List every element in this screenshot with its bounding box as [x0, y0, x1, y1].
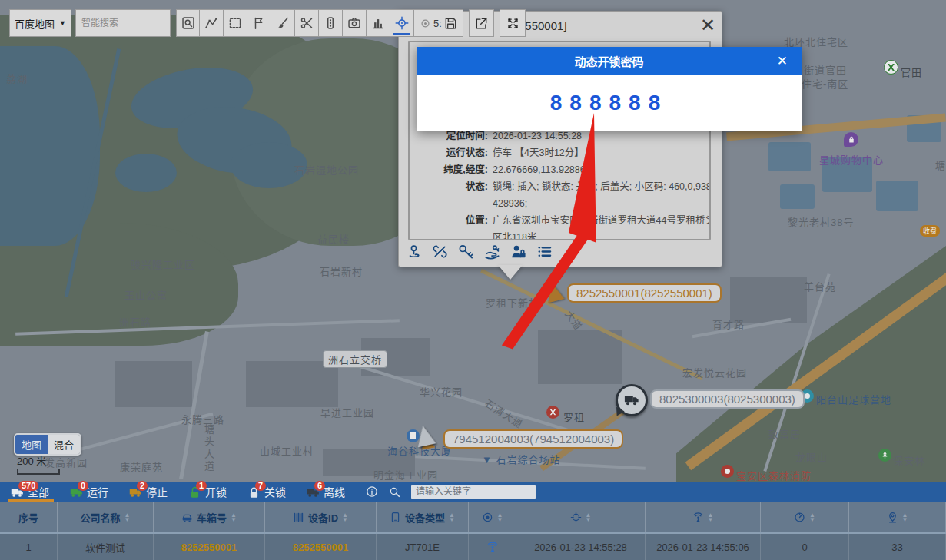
table-body: 1软件测试82525500018252550001JT701E2026-01-2… — [0, 534, 946, 560]
active-tool-underline — [393, 33, 410, 35]
location-track-icon[interactable] — [406, 244, 422, 260]
map-label: 洲石路 — [119, 314, 151, 329]
barcode-icon — [293, 512, 304, 523]
search-icon[interactable] — [389, 486, 400, 498]
table-cell: 8252550001 — [154, 534, 265, 560]
info-window-actions — [406, 244, 553, 260]
export-icon[interactable] — [469, 9, 494, 37]
info-field-value: 22.676669,113.928865 — [493, 161, 709, 178]
tool-draw-polyline-icon[interactable] — [200, 9, 224, 37]
tool-camera-icon[interactable] — [343, 9, 367, 37]
count-badge: 7 — [255, 481, 266, 491]
table-cell — [469, 534, 516, 560]
user-lock-icon[interactable] — [510, 244, 526, 260]
route-unbind-icon[interactable] — [432, 244, 448, 260]
close-icon[interactable]: ✕ — [777, 53, 788, 69]
sort-arrows[interactable]: ▲▼ — [586, 513, 592, 522]
map-label: 街道官田 — [804, 62, 847, 77]
info-field-row: 位置:广东省深圳市宝安区石岩街道罗租大道44号罗租桥头岭-二区北118米 — [410, 212, 709, 240]
vehicle-marker-label[interactable]: 8025300003(8025300003) — [650, 389, 805, 409]
sort-arrows[interactable]: ▲▼ — [902, 513, 908, 522]
antenna-online-icon — [486, 541, 499, 553]
table-cell: 1 — [0, 534, 58, 560]
tool-traffic-light-icon[interactable] — [319, 9, 343, 37]
keyword-search-input[interactable] — [411, 485, 536, 499]
map-label: 玉山公寓 — [124, 287, 168, 302]
tool-scissors-icon[interactable] — [295, 9, 319, 37]
save-icon[interactable] — [444, 17, 457, 30]
sort-arrows[interactable]: ▲▼ — [231, 513, 237, 522]
hand-key-icon[interactable] — [484, 244, 500, 260]
status-tab-关锁[interactable]: 7关锁 — [247, 482, 286, 502]
status-tab-label: 关锁 — [264, 484, 286, 499]
key-icon[interactable] — [458, 244, 474, 260]
info-field-label: 运行状态: — [410, 144, 488, 161]
map-label: 荔湖 — [6, 71, 28, 85]
map-type-switcher: 地图 混合 — [14, 433, 81, 456]
sort-arrows[interactable]: ▲▼ — [708, 513, 714, 522]
map-label: 宝安区森林消防 — [736, 468, 812, 482]
info-field-value: 停车 【4天3时12分】 — [493, 144, 709, 161]
device-link[interactable]: 8252550001 — [181, 542, 237, 553]
status-tab-开锁[interactable]: 1开锁 — [188, 482, 227, 502]
column-header-序号: 序号 — [0, 502, 58, 532]
chevron-down-icon: ▼ — [59, 19, 66, 27]
status-tab-全部[interactable]: 570全部 — [11, 482, 49, 502]
tool-chart-icon[interactable] — [367, 9, 390, 37]
column-header-label: 车箱号 — [197, 510, 227, 525]
tool-magnifier-box-icon[interactable] — [176, 9, 200, 37]
map-type-hybrid-button[interactable]: 混合 — [48, 435, 80, 454]
vehicle-marker-label[interactable]: 8252550001(8252550001) — [567, 283, 722, 303]
map-label: 洲石立交桥 — [323, 350, 387, 368]
status-tab-label: 开锁 — [205, 484, 227, 499]
map-label: 石岩湿地公园 — [294, 162, 359, 177]
status-tab-label: 停止 — [146, 484, 168, 499]
map-label: 保安林 — [893, 452, 925, 467]
table-row[interactable]: 1软件测试82525500018252550001JT701E2026-01-2… — [0, 534, 946, 560]
map-label: 骏兴隆工业区 — [131, 257, 195, 271]
building-block — [876, 181, 918, 211]
sort-arrows[interactable]: ▲▼ — [449, 513, 455, 522]
column-header-circle-dot: ▲▼ — [469, 502, 516, 532]
close-icon[interactable]: ✕ — [700, 16, 715, 35]
status-tab-运行[interactable]: 0运行 — [70, 482, 108, 502]
car-icon — [181, 512, 193, 523]
list-menu-icon[interactable] — [536, 244, 553, 260]
column-header-pin: ▲▼ — [849, 502, 946, 532]
map-provider-dropdown[interactable]: 百度地图 ▼ — [9, 9, 71, 37]
info-circle-icon[interactable] — [366, 485, 378, 498]
map-label: 宏发悦云花园 — [682, 365, 747, 379]
device-link[interactable]: 8252550001 — [293, 542, 348, 553]
table-cell: JT701E — [377, 534, 469, 560]
status-tab-离线[interactable]: 6离线 — [307, 482, 345, 502]
map-label: 华兴花园 — [420, 384, 463, 399]
vehicle-marker-arrow[interactable] — [414, 424, 436, 447]
table-cell: 0 — [761, 534, 849, 560]
city-block — [246, 361, 338, 407]
tree-green-icon — [878, 449, 891, 462]
tool-rect-select-icon[interactable] — [224, 9, 247, 37]
tool-crosshair-icon[interactable] — [390, 9, 414, 37]
metro-red-icon — [546, 406, 559, 419]
map-label: 塘 — [935, 157, 946, 172]
toolbar-search-input[interactable] — [80, 17, 166, 29]
map-provider-label: 百度地图 — [15, 16, 55, 31]
sort-arrows[interactable]: ▲▼ — [497, 513, 503, 522]
table-header: 序号公司名称▲▼车箱号▲▼设备ID▲▼设备类型▲▼▲▼▲▼▲▼▲▼▲▼ — [0, 502, 946, 534]
vehicle-marker-label[interactable]: 794512004003(794512004003) — [443, 429, 623, 449]
expand-icon[interactable] — [500, 9, 526, 37]
vehicle-marker-arrow[interactable] — [543, 281, 564, 303]
tool-flag-icon[interactable] — [247, 9, 271, 37]
column-header-设备类型: 设备类型▲▼ — [377, 502, 469, 532]
fleet-status-bar: 570全部0运行2停止1开锁7关锁6离线 — [0, 482, 946, 502]
unlock-password-value: 888888 — [550, 91, 668, 115]
map-label: 阳台山足球营地 — [816, 392, 891, 406]
sort-arrows[interactable]: ▲▼ — [809, 513, 815, 522]
status-tab-停止[interactable]: 2停止 — [129, 482, 168, 502]
map-type-normal-button[interactable]: 地图 — [15, 435, 48, 454]
target-icon[interactable] — [420, 18, 431, 29]
lock-closed-icon: 7 — [247, 486, 261, 499]
tool-brush-icon[interactable] — [271, 9, 295, 37]
sort-arrows[interactable]: ▲▼ — [124, 513, 131, 522]
sort-arrows[interactable]: ▲▼ — [342, 513, 348, 522]
